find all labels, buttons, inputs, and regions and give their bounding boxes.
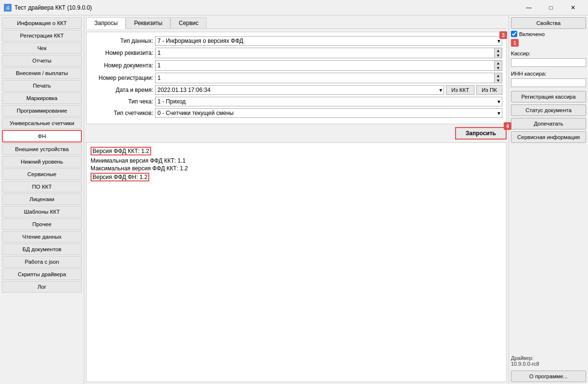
right-footer: Драйвер: 10.9.0.0-rc8: [511, 355, 586, 367]
cashier-label: Кассир:: [511, 51, 586, 56]
sidebar-item-info[interactable]: Информация о ККТ: [2, 17, 82, 29]
sidebar-item-scripts[interactable]: Скрипты драйвера: [2, 269, 82, 280]
sidebar-item-print[interactable]: Печать: [2, 80, 82, 91]
sidebar-item-reports[interactable]: Отчеты: [2, 55, 82, 66]
req-number-spinner-btns: ▲ ▼: [494, 48, 502, 58]
btn-from-kkt[interactable]: Из ККТ: [446, 85, 474, 95]
form-area: Тип данных: 7 - Информация о версиях ФФД…: [86, 32, 507, 124]
sidebar-item-log[interactable]: Лог: [2, 281, 82, 293]
doc-number-spinner-btns: ▲ ▼: [494, 61, 502, 70]
reg-number-row: Номер регистрации: ▲ ▼: [91, 73, 502, 83]
badge-1-wrap: 1: [511, 39, 586, 47]
sidebar: Информация о ККТРегистрация ККТЧекОтчеты…: [0, 15, 84, 384]
checkbox-enabled[interactable]: [511, 31, 517, 37]
result-line: Минимальная версия ФФД ККТ: 1.1: [91, 157, 502, 164]
sidebar-item-po_kkt[interactable]: ПО ККТ: [2, 181, 82, 192]
window-controls: — □ ✕: [518, 0, 584, 15]
inn-label: ИНН кассира:: [511, 71, 586, 77]
check-type-select[interactable]: 1 - Приход: [155, 97, 502, 106]
doc-number-control: ▲ ▼: [155, 60, 502, 71]
sidebar-item-other[interactable]: Прочее: [2, 218, 82, 230]
tab-requisites[interactable]: Реквизиты: [126, 17, 170, 28]
tab-requests[interactable]: Запросы: [86, 17, 126, 29]
badge-1: 1: [511, 39, 519, 47]
sidebar-item-service[interactable]: Сервисные: [2, 168, 82, 180]
btn-about[interactable]: О программе...: [511, 371, 586, 382]
datetime-row: Дата и время: 2022.01.13 17:06:34 ▼ Из К…: [91, 85, 502, 95]
btn-from-pc[interactable]: Из ПК: [476, 85, 502, 95]
reg-number-spinner-btns: ▲ ▼: [494, 73, 502, 83]
sidebar-item-deposits[interactable]: Внесения / выплаты: [2, 67, 82, 79]
result-area: Версия ФФД ККТ: 1.2Минимальная версия ФФ…: [86, 142, 507, 382]
datetime-select[interactable]: 2022.01.13 17:06:34: [155, 85, 444, 95]
btn-reg-cashier-label: Регистрация кассира: [522, 94, 576, 100]
check-type-control: 1 - Приход ▼: [155, 97, 502, 106]
window-title: Тест драйвера ККТ (10.9.0.0): [14, 4, 518, 11]
req-number-control: ▲ ▼: [155, 48, 502, 58]
reg-number-input[interactable]: [156, 74, 494, 82]
sidebar-item-external[interactable]: Внешние устройства: [2, 143, 82, 155]
app-body: Информация о ККТРегистрация ККТЧекОтчеты…: [0, 15, 588, 384]
titlebar: 🖨 Тест драйвера ККТ (10.9.0.0) — □ ✕: [0, 0, 588, 15]
reg-number-control: ▲ ▼: [155, 73, 502, 83]
btn-reg-cashier[interactable]: Регистрация кассира: [511, 91, 586, 102]
req-number-down[interactable]: ▼: [494, 53, 502, 58]
sidebar-item-check[interactable]: Чек: [2, 42, 82, 54]
sidebar-item-universal[interactable]: Универсальные счетчики: [2, 117, 82, 129]
doc-number-down[interactable]: ▼: [494, 65, 502, 70]
req-number-row: Номер реквизита: ▲ ▼: [91, 48, 502, 58]
result-line: Версия ФФД ККТ: 1.2: [91, 147, 151, 155]
inn-input[interactable]: [511, 78, 586, 87]
counter-type-control: 0 - Счетчики текущей смены ▼: [155, 108, 502, 118]
req-number-label: Номер реквизита:: [91, 50, 153, 56]
btn-properties[interactable]: Свойства: [511, 17, 586, 29]
btn-reprint[interactable]: Допечатать: [511, 118, 586, 129]
request-btn-wrap: Запросить 4: [455, 127, 507, 140]
sidebar-item-registration[interactable]: Регистрация ККТ: [2, 30, 82, 41]
data-type-badge: 3: [499, 31, 507, 39]
req-number-input[interactable]: [156, 49, 494, 57]
sidebar-item-programming[interactable]: Программирование: [2, 105, 82, 116]
doc-number-input[interactable]: [156, 61, 494, 70]
counter-type-label: Тип счетчиков:: [91, 110, 153, 116]
checkbox-enabled-label: Включено: [519, 31, 545, 37]
check-type-row: Тип чека: 1 - Приход ▼: [91, 97, 502, 106]
app-icon: 🖨: [4, 4, 12, 12]
reg-number-spinner: ▲ ▼: [155, 73, 502, 83]
reg-number-down[interactable]: ▼: [494, 78, 502, 83]
cashier-input[interactable]: [511, 58, 586, 67]
maximize-button[interactable]: □: [540, 0, 562, 15]
tab-service[interactable]: Сервис: [170, 17, 207, 28]
close-button[interactable]: ✕: [562, 0, 584, 15]
sidebar-item-marking[interactable]: Маркировка: [2, 92, 82, 104]
req-number-up[interactable]: ▲: [494, 48, 502, 53]
minimize-button[interactable]: —: [518, 0, 540, 15]
counter-type-select[interactable]: 0 - Счетчики текущей смены: [155, 108, 502, 118]
sidebar-item-licenses[interactable]: Лицензии: [2, 193, 82, 205]
result-line: Версия ФФД ФН: 1.2: [91, 173, 149, 181]
sidebar-item-fn[interactable]: ФН: [2, 130, 82, 142]
data-type-row: Тип данных: 7 - Информация о версиях ФФД…: [91, 36, 502, 46]
datetime-input-wrap: 2022.01.13 17:06:34 ▼: [155, 85, 444, 95]
btn-service-info-label: Сервисная информация: [517, 134, 580, 140]
reg-number-label: Номер регистрации:: [91, 75, 153, 81]
driver-version: 10.9.0.0-rc8: [511, 361, 586, 367]
datetime-control: 2022.01.13 17:06:34 ▼ Из ККТ Из ПК: [155, 85, 502, 95]
sidebar-item-work_json[interactable]: Работа с json: [2, 256, 82, 268]
driver-label: Драйвер:: [511, 355, 586, 361]
doc-number-label: Номер документа:: [91, 62, 153, 69]
btn-service-info[interactable]: Сервисная информация: [511, 131, 586, 143]
tab-bar: ЗапросыРеквизитыСервис: [86, 17, 507, 29]
btn-doc-status[interactable]: Статус документа: [511, 104, 586, 116]
data-type-control: 7 - Информация о версиях ФФД ▼ 3: [155, 36, 502, 46]
sidebar-item-read_data[interactable]: Чтение данных: [2, 231, 82, 243]
actions-row: Запросить 4: [86, 127, 507, 140]
sidebar-item-bd_docs[interactable]: БД документов: [2, 243, 82, 255]
btn-request[interactable]: Запросить: [455, 127, 507, 140]
data-type-select[interactable]: 7 - Информация о версиях ФФД: [155, 36, 502, 46]
sidebar-item-templates[interactable]: Шаблоны ККТ: [2, 206, 82, 218]
doc-number-spinner: ▲ ▼: [155, 60, 502, 71]
doc-number-up[interactable]: ▲: [494, 61, 502, 65]
reg-number-up[interactable]: ▲: [494, 73, 502, 78]
sidebar-item-lower[interactable]: Нижний уровень: [2, 156, 82, 167]
